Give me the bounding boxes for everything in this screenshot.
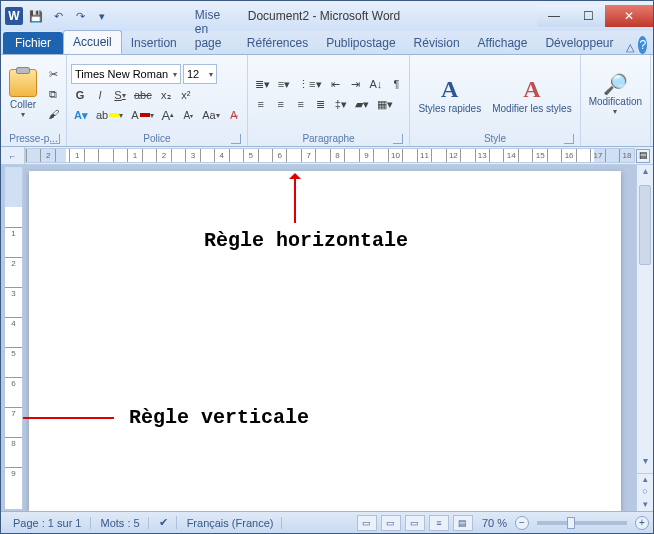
shading-button[interactable]: ▰▾: [352, 95, 372, 113]
italic-button[interactable]: I: [91, 86, 109, 104]
next-page-button[interactable]: ▾: [637, 499, 653, 511]
close-button[interactable]: ✕: [605, 5, 653, 27]
text-effects-button[interactable]: A▾: [71, 106, 91, 124]
qat-customize-icon[interactable]: ▾: [93, 7, 111, 25]
annotation-vertical: Règle verticale: [129, 406, 309, 429]
tab-insert[interactable]: Insertion: [122, 32, 186, 54]
font-launcher-icon[interactable]: [231, 134, 241, 144]
print-layout-view-button[interactable]: ▭: [357, 515, 377, 531]
increase-indent-button[interactable]: ⇥: [347, 75, 365, 93]
tab-home[interactable]: Accueil: [63, 30, 122, 54]
sort-button[interactable]: A↓: [367, 75, 386, 93]
select-browse-button[interactable]: ○: [637, 486, 653, 498]
prev-page-button[interactable]: ▴: [637, 474, 653, 486]
minimize-button[interactable]: —: [537, 5, 571, 27]
paragraph-launcher-icon[interactable]: [393, 134, 403, 144]
status-words[interactable]: Mots : 5: [93, 517, 149, 529]
strike-button[interactable]: abc: [131, 86, 155, 104]
draft-view-button[interactable]: ▤: [453, 515, 473, 531]
font-name-dropdown[interactable]: Times New Roman▾: [71, 64, 181, 84]
quick-styles-button[interactable]: A Styles rapides: [414, 73, 485, 116]
bullets-button[interactable]: ≣▾: [252, 75, 273, 93]
superscript-button[interactable]: x²: [177, 86, 195, 104]
clear-formatting-button[interactable]: A̶: [225, 106, 243, 124]
scroll-thumb[interactable]: [639, 185, 651, 265]
grow-font-button[interactable]: A▴: [159, 106, 178, 124]
maximize-button[interactable]: ☐: [571, 5, 605, 27]
scroll-up-icon[interactable]: ▴: [637, 165, 653, 181]
highlight-button[interactable]: ab▾: [93, 106, 126, 124]
show-marks-button[interactable]: ¶: [387, 75, 405, 93]
undo-icon[interactable]: ↶: [49, 7, 67, 25]
styles-launcher-icon[interactable]: [564, 134, 574, 144]
scroll-down-icon[interactable]: ▾: [637, 455, 653, 471]
status-language[interactable]: Français (France): [179, 517, 283, 529]
chevron-down-icon: ▾: [613, 107, 617, 116]
align-left-button[interactable]: ≡: [252, 95, 270, 113]
ruler-toggle-button[interactable]: ▤: [636, 149, 650, 163]
borders-button[interactable]: ▦▾: [374, 95, 396, 113]
copy-button[interactable]: ⧉: [44, 85, 62, 103]
change-case-button[interactable]: Aa▾: [199, 106, 222, 124]
ribbon-tabs: Fichier Accueil Insertion Mise en page R…: [1, 31, 653, 55]
zoom-slider[interactable]: [537, 521, 627, 525]
shrink-font-button[interactable]: A▾: [179, 106, 197, 124]
group-label-clipboard: Presse-p...: [5, 131, 62, 146]
bold-button[interactable]: G: [71, 86, 89, 104]
document-area[interactable]: Règle horizontale Règle verticale: [23, 165, 636, 511]
align-right-button[interactable]: ≡: [292, 95, 310, 113]
zoom-slider-thumb[interactable]: [567, 517, 575, 529]
arrow-vertical-ruler: [23, 417, 114, 419]
change-styles-icon: A: [523, 75, 540, 103]
underline-button[interactable]: S▾: [111, 86, 129, 104]
quick-styles-label: Styles rapides: [418, 103, 481, 114]
vertical-ruler[interactable]: 12123456789: [5, 167, 23, 509]
tab-review[interactable]: Révision: [405, 32, 469, 54]
zoom-level[interactable]: 70 %: [476, 517, 513, 529]
zoom-out-button[interactable]: −: [515, 516, 529, 530]
tab-layout[interactable]: Mise en page: [186, 4, 238, 54]
redo-icon[interactable]: ↷: [71, 7, 89, 25]
paste-button[interactable]: Coller ▾: [5, 67, 41, 121]
multilevel-button[interactable]: ⋮≡▾: [295, 75, 324, 93]
subscript-button[interactable]: x₂: [157, 86, 175, 104]
group-editing: 🔎 Modification ▾: [581, 55, 651, 146]
minimize-ribbon-icon[interactable]: △: [622, 41, 638, 54]
font-color-button[interactable]: A▾: [128, 106, 156, 124]
group-clipboard: Coller ▾ ✂ ⧉ 🖌 Presse-p...: [1, 55, 67, 146]
vertical-scrollbar[interactable]: ▴ ▾ ▴ ○ ▾: [636, 165, 653, 511]
save-icon[interactable]: 💾: [27, 7, 45, 25]
fullscreen-reading-view-button[interactable]: ▭: [381, 515, 401, 531]
help-icon[interactable]: ?: [638, 36, 647, 54]
format-painter-button[interactable]: 🖌: [44, 105, 62, 123]
chevron-down-icon: ▾: [21, 110, 25, 119]
group-label-paragraph: Paragraphe: [252, 131, 406, 146]
tab-developer[interactable]: Développeur: [536, 32, 622, 54]
change-styles-button[interactable]: A Modifier les styles: [488, 73, 575, 116]
align-center-button[interactable]: ≡: [272, 95, 290, 113]
tab-selector[interactable]: ⌐: [1, 147, 25, 164]
tab-references[interactable]: Références: [238, 32, 317, 54]
tab-mailings[interactable]: Publipostage: [317, 32, 404, 54]
editing-button[interactable]: 🔎 Modification ▾: [585, 70, 646, 118]
cut-button[interactable]: ✂: [44, 65, 62, 83]
zoom-in-button[interactable]: +: [635, 516, 649, 530]
web-layout-view-button[interactable]: ▭: [405, 515, 425, 531]
ruler-row: ⌐ 2 1 1 2 3 4 5 6 7 8 9 10 11 12 13 14 1…: [1, 147, 653, 165]
clipboard-launcher-icon[interactable]: [50, 134, 60, 144]
outline-view-button[interactable]: ≡: [429, 515, 449, 531]
window-title: Document2 - Microsoft Word: [111, 9, 537, 23]
status-proofing-icon[interactable]: ✔: [151, 516, 177, 529]
group-label-font: Police: [71, 131, 243, 146]
justify-button[interactable]: ≣: [312, 95, 330, 113]
page[interactable]: Règle horizontale Règle verticale: [29, 171, 621, 511]
decrease-indent-button[interactable]: ⇤: [327, 75, 345, 93]
numbering-button[interactable]: ≡▾: [275, 75, 293, 93]
line-spacing-button[interactable]: ‡▾: [332, 95, 350, 113]
tab-view[interactable]: Affichage: [469, 32, 537, 54]
font-size-dropdown[interactable]: 12▾: [183, 64, 217, 84]
arrow-horizontal-ruler: [294, 175, 296, 223]
horizontal-ruler[interactable]: 2 1 1 2 3 4 5 6 7 8 9 10 11 12 13 14 15 …: [25, 148, 635, 163]
tab-file[interactable]: Fichier: [3, 32, 63, 54]
status-page[interactable]: Page : 1 sur 1: [5, 517, 91, 529]
